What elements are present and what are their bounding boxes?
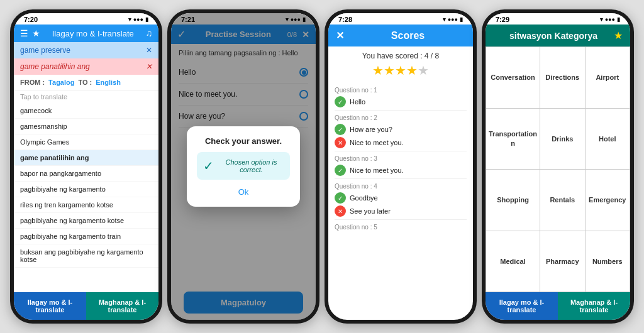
list-item[interactable]: buksan ang pagbibiyahe ng kargamento kot… [14, 244, 158, 268]
from-lang[interactable]: Tagalog [48, 79, 74, 86]
list-item[interactable]: pagbibiyahe ng kargamento [14, 182, 158, 197]
wrong-icon: ✕ [335, 205, 346, 217]
from-label: FROM : [20, 79, 45, 86]
score-section: You have scored : 4 / 8 ★★★★★ [328, 46, 473, 83]
status-icons-3: ▾ ●●● ▮ [443, 16, 463, 23]
grid-cell-medical[interactable]: Medical [486, 231, 540, 293]
grid-cell-airport[interactable]: Airport [586, 47, 631, 109]
correct-icon: ✓ [335, 124, 346, 135]
p1-header-title: Ilagay mo & I-translate [44, 29, 142, 38]
answer-text: How are you? [350, 126, 392, 133]
score-text: You have scored : 4 / 8 [333, 52, 468, 60]
list-item-active[interactable]: game panatilihin ang [14, 150, 158, 166]
answer-row: ✓ Nice to meet you. [335, 165, 467, 176]
list-item[interactable]: pagbibiyahe ng kargamento kotse [14, 213, 158, 229]
answer-text: See you later [350, 207, 391, 215]
time-1: 7:20 [24, 16, 38, 23]
battery-icon: ▮ [617, 16, 620, 23]
p4-ilagay-button[interactable]: Ilagay mo & I-translate [486, 292, 558, 320]
list-item[interactable]: riles ng tren kargamento kotse [14, 197, 158, 213]
modal-ok-button[interactable]: Ok [197, 187, 290, 197]
grid-cell-shopping[interactable]: Shopping [486, 170, 540, 231]
status-icons-4: ▾ ●●● ▮ [600, 16, 620, 23]
modal-correct-text: Chosen option is correct. [219, 158, 284, 173]
p4-header: sitwasyon Kategorya ★ [486, 25, 630, 46]
grid-cell-drinks[interactable]: Drinks [540, 109, 585, 170]
list-item[interactable]: gamesmanship [14, 119, 158, 134]
wifi-icon: ▾ [443, 16, 446, 23]
tap-label: Tap to translate [14, 90, 158, 103]
question-label-3: Question no : 3 [335, 155, 467, 162]
grid-cell-emergency[interactable]: Emergency [586, 170, 631, 231]
category-grid: Conversation Directions Airport Transpor… [486, 46, 630, 292]
wifi-icon: ▾ [600, 16, 603, 23]
ilagay-button[interactable]: Ilagay mo & I-translate [14, 292, 86, 320]
p4-star-icon[interactable]: ★ [614, 30, 623, 41]
status-icons-1: ▾ ●●● ▮ [128, 16, 148, 23]
question-label-1: Question no : 1 [335, 87, 467, 94]
empty-star: ★ [418, 63, 429, 77]
p4-maghanap-button[interactable]: Maghanap & I-translate [558, 292, 630, 320]
modal-check-icon: ✓ [203, 158, 214, 173]
grid-cell-pharmacy[interactable]: Pharmacy [540, 231, 585, 293]
list-item[interactable]: bapor na pangkargamento [14, 166, 158, 182]
answer-text: Goodbye [350, 194, 378, 202]
wifi-icon: ▾ [128, 16, 131, 23]
game-panatilihin-close[interactable]: ✕ [146, 62, 152, 71]
answer-row: ✓ Goodbye [335, 192, 467, 204]
p4-header-title: sitwasyon Kategorya [493, 31, 614, 41]
screens-container: 7:20 ▾ ●●● ▮ ☰ ★ Ilagay mo & I-translate… [4, 3, 640, 330]
game-panatilihin-row[interactable]: game panatilihin ang ✕ [14, 58, 158, 75]
p1-header: ☰ ★ Ilagay mo & I-translate ♫ [14, 25, 158, 42]
question-label-5: Question no : 5 [335, 224, 467, 231]
list-item[interactable]: pagbibiyahe ng kargamento train [14, 229, 158, 244]
status-bar-3: 7:28 ▾ ●●● ▮ [328, 13, 473, 25]
grid-cell-numbers[interactable]: Numbers [586, 231, 631, 293]
battery-icon: ▮ [145, 16, 148, 23]
correct-icon: ✓ [335, 96, 346, 107]
game-preserve-label: game preserve [20, 46, 70, 55]
grid-cell-rentals[interactable]: Rentals [540, 170, 585, 231]
maghanap-button[interactable]: Maghanap & I-translate [86, 292, 158, 320]
grid-cell-transportation[interactable]: Transportation n [486, 109, 540, 170]
modal-title: Check your answer. [197, 136, 290, 146]
list-item[interactable]: gamecock [14, 103, 158, 119]
menu-icon[interactable]: ☰ [20, 28, 28, 38]
game-panatilihin-label: game panatilihin ang [20, 62, 90, 71]
p3-header-title: Scores [350, 30, 465, 41]
separator [335, 151, 467, 151]
grid-cell-conversation[interactable]: Conversation [486, 47, 540, 109]
separator [335, 219, 467, 220]
game-preserve-row[interactable]: game preserve ✕ [14, 42, 158, 58]
list-item[interactable]: Olympic Games [14, 134, 158, 150]
question-label-4: Question no : 4 [335, 183, 467, 190]
time-4: 7:29 [496, 16, 509, 23]
music-icon[interactable]: ♫ [146, 28, 153, 38]
game-preserve-close[interactable]: ✕ [146, 46, 152, 55]
questions-list: Question no : 1 ✓ Hello Question no : 2 … [328, 83, 473, 320]
grid-cell-hotel[interactable]: Hotel [586, 109, 631, 170]
p3-header: ✕ Scores [328, 25, 473, 46]
p1-footer: Ilagay mo & I-translate Maghanap & I-tra… [14, 292, 158, 320]
status-bar-4: 7:29 ▾ ●●● ▮ [486, 13, 630, 25]
answer-row: ✓ How are you? [335, 124, 467, 135]
wrong-icon: ✕ [335, 137, 346, 148]
p4-footer: Ilagay mo & I-translate Maghanap & I-tra… [486, 292, 630, 320]
separator [335, 178, 467, 179]
answer-text: Nice to meet you. [350, 166, 404, 174]
p3-close-icon[interactable]: ✕ [336, 30, 344, 41]
correct-icon: ✓ [335, 165, 346, 176]
modal-body: ✓ Chosen option is correct. [197, 152, 290, 180]
answer-modal: Check your answer. ✓ Chosen option is co… [187, 126, 300, 207]
phone-3: 7:28 ▾ ●●● ▮ ✕ Scores You have scored : … [325, 9, 477, 324]
signal-icon: ●●● [605, 16, 615, 23]
time-3: 7:28 [338, 16, 352, 23]
grid-cell-directions[interactable]: Directions [540, 47, 585, 109]
phone-4: 7:29 ▾ ●●● ▮ sitwasyon Kategorya ★ Conve… [482, 9, 634, 324]
modal-overlay: Check your answer. ✓ Chosen option is co… [171, 13, 316, 320]
lang-row: FROM : Tagalog TO : English [14, 75, 158, 90]
signal-icon: ●●● [133, 16, 143, 23]
to-lang[interactable]: English [96, 79, 121, 86]
battery-icon: ▮ [460, 16, 463, 23]
star-icon[interactable]: ★ [32, 28, 40, 38]
